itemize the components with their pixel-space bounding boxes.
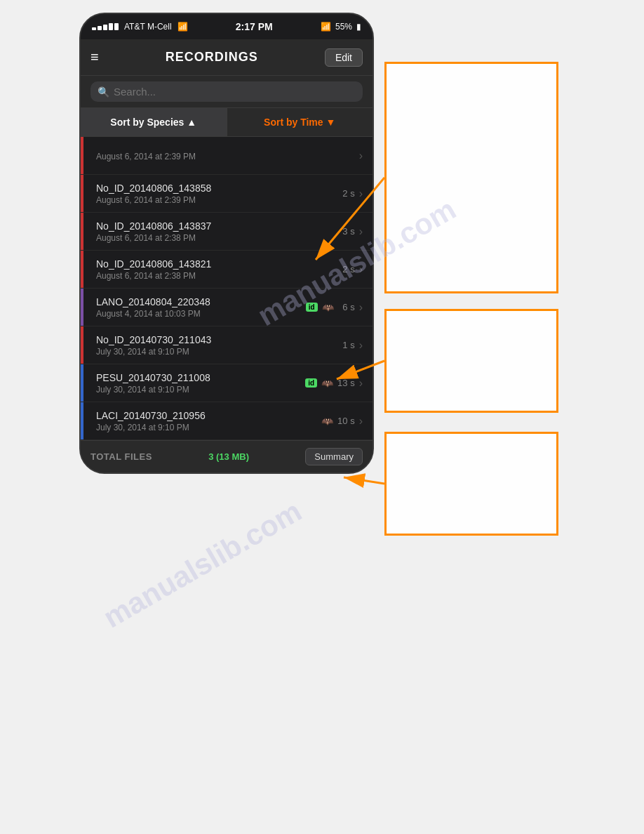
recording-name: LACI_20140730_210956 [96, 410, 321, 421]
phone-frame: AT&T M-Cell 📶 2:17 PM 📶 55% ▮ ≡ RECORDIN… [79, 13, 374, 474]
recording-date: August 6, 2014 at 2:38 PM [96, 233, 338, 243]
annotation-box-2 [384, 309, 558, 413]
sort-time-arrow: ▼ [326, 117, 336, 128]
search-icon: 🔍 [98, 86, 109, 98]
signal-strength [92, 23, 119, 30]
list-item[interactable]: No_ID_20140806_143837 August 6, 2014 at … [81, 213, 373, 251]
search-bar: 🔍 [81, 76, 373, 108]
species-badge: id [305, 378, 317, 388]
status-left: AT&T M-Cell 📶 [92, 22, 188, 32]
recording-meta: 3 s [338, 226, 355, 237]
accent-bar [81, 402, 83, 439]
nav-bar: ≡ RECORDINGS Edit [81, 39, 373, 76]
accent-bar [81, 213, 83, 250]
recording-name: No_ID_20140806_143837 [96, 220, 338, 232]
recording-info: LANO_20140804_220348 August 4, 2014 at 1… [90, 296, 306, 319]
accent-bar [81, 137, 83, 174]
sort-species-label: Sort by Species [110, 117, 184, 128]
page-title: RECORDINGS [166, 50, 258, 65]
menu-icon[interactable]: ≡ [90, 49, 99, 65]
recording-duration: 2 s [338, 188, 355, 199]
sort-species-button[interactable]: Sort by Species ▲ [81, 108, 227, 136]
list-item[interactable]: No_ID_20140730_211043 July 30, 2014 at 9… [81, 326, 373, 364]
chevron-right-icon: › [359, 339, 363, 352]
list-item[interactable]: LACI_20140730_210956 July 30, 2014 at 9:… [81, 402, 373, 440]
accent-bar [81, 289, 83, 326]
recording-name: No_ID_20140806_143821 [96, 258, 338, 270]
status-right: 📶 55% ▮ [321, 22, 361, 32]
recording-name: No_ID_20140730_211043 [96, 334, 338, 345]
recording-meta: id 🦇 13 s [305, 378, 354, 389]
chevron-right-icon: › [359, 377, 363, 390]
summary-button[interactable]: Summary [305, 448, 363, 465]
recording-meta: id 🦇 6 s [306, 302, 355, 313]
recording-info: No_ID_20140730_211043 July 30, 2014 at 9… [90, 334, 338, 357]
sort-time-button[interactable]: Sort by Time ▼ [227, 108, 373, 136]
recording-date: August 6, 2014 at 2:38 PM [96, 271, 338, 281]
accent-bar [81, 364, 83, 402]
annotation-box-3 [384, 432, 558, 536]
sort-bar: Sort by Species ▲ Sort by Time ▼ [81, 108, 373, 137]
list-item[interactable]: LANO_20140804_220348 August 4, 2014 at 1… [81, 289, 373, 326]
recording-date: July 30, 2014 at 9:10 PM [96, 423, 321, 432]
chevron-right-icon: › [359, 150, 363, 162]
accent-bar [81, 251, 83, 288]
wifi-icon: 📶 [177, 22, 188, 32]
recording-date: August 4, 2014 at 10:03 PM [96, 309, 306, 319]
accent-bar [81, 326, 83, 364]
recording-meta: 1 s [338, 340, 355, 350]
recording-meta: 2 s [338, 188, 355, 199]
recording-duration: 1 s [338, 340, 355, 350]
search-input-wrap[interactable]: 🔍 [90, 81, 363, 102]
bat-icon: 🦇 [322, 302, 334, 313]
search-input[interactable] [114, 86, 356, 98]
list-item[interactable]: PESU_20140730_211008 July 30, 2014 at 9:… [81, 364, 373, 402]
recording-info: PESU_20140730_211008 July 30, 2014 at 9:… [90, 372, 305, 395]
recording-date: July 30, 2014 at 9:10 PM [96, 347, 338, 357]
recording-duration: 3 s [338, 226, 355, 237]
chevron-right-icon: › [359, 225, 363, 238]
bluetooth-icon: 📶 [321, 22, 331, 32]
recording-info: LACI_20140730_210956 July 30, 2014 at 9:… [90, 410, 321, 432]
recording-info: No_ID_20140806_143858 August 6, 2014 at … [90, 183, 338, 205]
watermark-2: manualslib.com [98, 494, 307, 635]
chevron-right-icon: › [359, 263, 363, 276]
recording-meta: 🦇 10 s [321, 416, 355, 427]
chevron-right-icon: › [359, 187, 363, 200]
list-item[interactable]: August 6, 2014 at 2:39 PM › [81, 137, 373, 175]
sort-time-label: Sort by Time [264, 117, 323, 128]
battery-percent: 55% [335, 22, 352, 32]
recording-name: No_ID_20140806_143858 [96, 183, 338, 194]
species-badge: id [306, 303, 318, 312]
recording-name: PESU_20140730_211008 [96, 372, 305, 383]
total-files-label: TOTAL FILES [90, 451, 152, 462]
list-item[interactable]: No_ID_20140806_143821 August 6, 2014 at … [81, 251, 373, 289]
recording-info: No_ID_20140806_143821 August 6, 2014 at … [90, 258, 338, 281]
recordings-list: August 6, 2014 at 2:39 PM › No_ID_201408… [81, 137, 373, 440]
recording-name: LANO_20140804_220348 [96, 296, 306, 307]
chevron-right-icon: › [359, 301, 363, 314]
battery-icon: ▮ [356, 22, 361, 32]
recording-date: August 6, 2014 at 2:39 PM [96, 152, 355, 161]
bat-icon: 🦇 [321, 416, 333, 427]
recording-meta: 2 s [338, 264, 355, 274]
footer-bar: TOTAL FILES 3 (13 MB) Summary [81, 440, 373, 472]
accent-bar [81, 175, 83, 212]
recording-date: July 30, 2014 at 9:10 PM [96, 385, 305, 395]
edit-button[interactable]: Edit [325, 48, 363, 67]
recording-info: No_ID_20140806_143837 August 6, 2014 at … [90, 220, 338, 243]
recording-info: August 6, 2014 at 2:39 PM [90, 150, 355, 161]
list-item[interactable]: No_ID_20140806_143858 August 6, 2014 at … [81, 175, 373, 213]
recording-duration: 2 s [338, 264, 355, 274]
chevron-right-icon: › [359, 415, 363, 428]
annotation-box-1 [384, 62, 558, 293]
svg-line-3 [344, 477, 384, 484]
total-files-count: 3 (13 MB) [208, 451, 249, 462]
bat-icon: 🦇 [321, 378, 333, 389]
carrier-label: AT&T M-Cell [124, 22, 172, 32]
recording-duration: 13 s [337, 378, 355, 388]
recording-duration: 6 s [338, 302, 355, 312]
sort-species-arrow: ▲ [187, 117, 196, 128]
recording-duration: 10 s [337, 416, 355, 426]
recording-date: August 6, 2014 at 2:39 PM [96, 195, 338, 205]
